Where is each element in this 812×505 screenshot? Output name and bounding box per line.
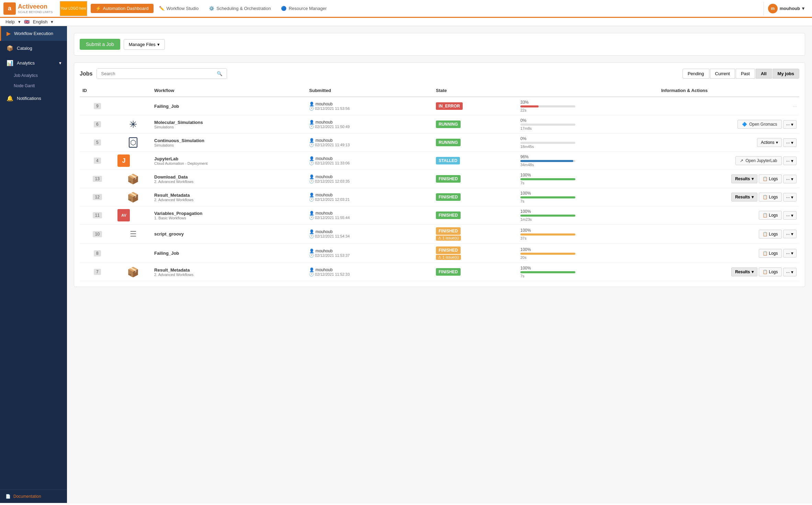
analytics-expand-icon: ▾ bbox=[59, 60, 61, 66]
cell-icon bbox=[115, 97, 151, 115]
nav-tab-resource[interactable]: 🔵 Resource Manager bbox=[276, 4, 331, 13]
submitted-time: 🕐 02/12/2021 11:33:06 bbox=[309, 161, 430, 165]
logs-button[interactable]: 📋 Logs bbox=[759, 193, 782, 202]
table-header-row: ID Workflow Submitted State Information … bbox=[80, 84, 799, 97]
gromacs-icon: 🔷 bbox=[742, 122, 747, 127]
more-options-button[interactable]: ··· ▾ bbox=[783, 175, 797, 183]
cell-workflow: Failing_Job bbox=[151, 244, 306, 263]
submit-job-button[interactable]: Submit a Job bbox=[80, 39, 120, 50]
progress-bar-background bbox=[520, 124, 575, 126]
workflow-name: Molecular_Simulations bbox=[154, 120, 304, 125]
progress-percent: 0% bbox=[520, 136, 575, 141]
cell-id: 10 bbox=[80, 225, 115, 244]
filter-current[interactable]: Current bbox=[710, 69, 735, 79]
more-options-button[interactable]: ··· ▾ bbox=[783, 211, 797, 220]
submitted-time: 🕐 02/12/2021 11:52:33 bbox=[309, 272, 430, 277]
nav-tab-scheduling[interactable]: ⚙️ Scheduling & Orchestration bbox=[204, 4, 275, 13]
nav-tab-workflow[interactable]: ✏️ Workflow Studio bbox=[154, 4, 204, 13]
sidebar-item-workflow-execution[interactable]: ▶ Workflow Execution bbox=[0, 26, 67, 41]
submitted-user: 👤 mouhoub bbox=[309, 138, 430, 143]
footer: Copyright © 2007-2021, Activeeon. All ri… bbox=[0, 503, 812, 505]
progress-bar-fill bbox=[520, 105, 539, 107]
logs-button[interactable]: 📋 Logs bbox=[759, 174, 782, 183]
cell-state: FINISHED bbox=[433, 188, 518, 206]
filter-past[interactable]: Past bbox=[736, 69, 755, 79]
logs-button[interactable]: 📋 Logs bbox=[759, 230, 782, 239]
sidebar-label-job-analytics: Job Analytics bbox=[14, 73, 38, 78]
nav-tab-automation[interactable]: ⚡ Automation Dashboard bbox=[91, 4, 154, 13]
results-chevron-icon: ▾ bbox=[752, 269, 754, 274]
progress-bar-background bbox=[520, 178, 575, 180]
cell-submitted: 👤 mouhoub 🕐 02/12/2021 11:53:37 bbox=[306, 244, 433, 263]
col-header-submitted: Submitted bbox=[306, 84, 433, 97]
progress-wrap: 0% 18m45s bbox=[520, 136, 575, 149]
cell-progress: 33% 22s bbox=[518, 97, 658, 115]
cell-actions: 📋 Logs··· ▾ bbox=[658, 244, 799, 263]
results-chevron-icon: ▾ bbox=[752, 195, 754, 199]
progress-bar-fill bbox=[520, 215, 575, 217]
sidebar-label-analytics: Analytics bbox=[17, 60, 35, 66]
logs-button[interactable]: 📋 Logs bbox=[759, 249, 782, 258]
cell-submitted: 👤 mouhoub 🕐 02/12/2021 12:03:35 bbox=[306, 170, 433, 188]
sidebar-item-analytics[interactable]: 📊 Analytics ▾ bbox=[0, 56, 67, 70]
sidebar-item-notifications[interactable]: 🔔 Notifications bbox=[0, 91, 67, 106]
results-button[interactable]: Results ▾ bbox=[731, 267, 757, 276]
results-chevron-icon: ▾ bbox=[752, 176, 754, 181]
state-badge: FINISHED bbox=[436, 193, 461, 201]
progress-bar-background bbox=[520, 160, 575, 162]
manage-files-label: Manage Files bbox=[129, 42, 156, 47]
state-badge: FINISHED bbox=[436, 211, 461, 219]
progress-bar-background bbox=[520, 215, 575, 217]
sidebar-item-job-analytics[interactable]: Job Analytics bbox=[0, 70, 67, 81]
actions-chevron-icon: ▾ bbox=[776, 140, 778, 145]
submitted-time: 🕐 02/12/2021 11:54:34 bbox=[309, 234, 430, 239]
more-options-button[interactable]: ··· ▾ bbox=[783, 230, 797, 238]
state-badge: IN_ERROR bbox=[436, 102, 463, 110]
progress-time: 34m48s bbox=[520, 163, 575, 167]
table-row: 11 AV Variables_Propagation 1. Basic Wor… bbox=[80, 206, 799, 225]
more-options-button[interactable]: ··· ▾ bbox=[783, 249, 797, 257]
filter-pending[interactable]: Pending bbox=[683, 69, 709, 79]
more-options-button[interactable]: ··· ▾ bbox=[783, 138, 797, 147]
results-button[interactable]: Results ▾ bbox=[731, 193, 757, 202]
logs-button[interactable]: 📋 Logs bbox=[759, 211, 782, 220]
submitted-time: 🕐 02/12/2021 11:53:56 bbox=[309, 106, 430, 111]
notification-icon: 🔔 bbox=[7, 95, 13, 102]
sidebar-documentation[interactable]: 📄 Documentation bbox=[0, 490, 67, 503]
more-options-button[interactable]: ··· ▾ bbox=[783, 193, 797, 202]
submitted-user: 👤 mouhoub bbox=[309, 267, 430, 272]
search-button[interactable]: 🔍 bbox=[213, 69, 227, 79]
cell-progress: 96% 34m48s bbox=[518, 152, 658, 170]
language-button[interactable]: English bbox=[33, 19, 48, 24]
cell-submitted: 👤 mouhoub 🕐 02/12/2021 11:49:13 bbox=[306, 134, 433, 152]
filter-my-jobs[interactable]: My jobs bbox=[772, 69, 799, 79]
more-options-button[interactable]: ··· ▾ bbox=[783, 120, 797, 129]
cell-progress: 100% 1m23s bbox=[518, 206, 658, 225]
progress-wrap: 33% 22s bbox=[520, 100, 575, 112]
logs-button[interactable]: 📋 Logs bbox=[759, 267, 782, 276]
help-button[interactable]: Help bbox=[5, 19, 15, 24]
sidebar-item-node-gantt[interactable]: Node Gantt bbox=[0, 81, 67, 91]
progress-bar-background bbox=[520, 105, 575, 107]
progress-bar-fill bbox=[520, 196, 575, 198]
progress-percent: 100% bbox=[520, 209, 575, 214]
results-button[interactable]: Results ▾ bbox=[731, 174, 757, 183]
open-jupyterlab-button[interactable]: ↗Open JupyterLab bbox=[735, 156, 781, 165]
open-gromacs-button[interactable]: 🔷Open Gromacs bbox=[737, 120, 781, 129]
user-menu[interactable]: m mouhoub ▾ bbox=[764, 2, 809, 15]
actions-dropdown-button[interactable]: Actions ▾ bbox=[757, 138, 781, 147]
filter-all[interactable]: All bbox=[756, 69, 772, 79]
main-layout: ▶ Workflow Execution 📦 Catalog 📊 Analyti… bbox=[0, 26, 812, 503]
col-header-id: ID bbox=[80, 84, 115, 97]
workflow-category: 1. Basic Workflows bbox=[154, 216, 304, 220]
sidebar-item-catalog[interactable]: 📦 Catalog bbox=[0, 41, 67, 56]
manage-files-button[interactable]: Manage Files ▾ bbox=[124, 39, 165, 50]
submitted-user: 👤 mouhoub bbox=[309, 193, 430, 197]
logo-area: a Activeeon SCALE BEYOND LIMITS bbox=[3, 2, 53, 15]
more-options-button[interactable]: ··· ▾ bbox=[783, 268, 797, 276]
search-input[interactable] bbox=[97, 69, 213, 79]
workflow-name: Download_Data bbox=[154, 174, 304, 180]
more-options-button[interactable]: ··· ▾ bbox=[783, 157, 797, 165]
logo-placeholder: Your LOGO here bbox=[60, 1, 87, 16]
filter-tabs: Pending Current Past All My jobs bbox=[683, 69, 799, 79]
